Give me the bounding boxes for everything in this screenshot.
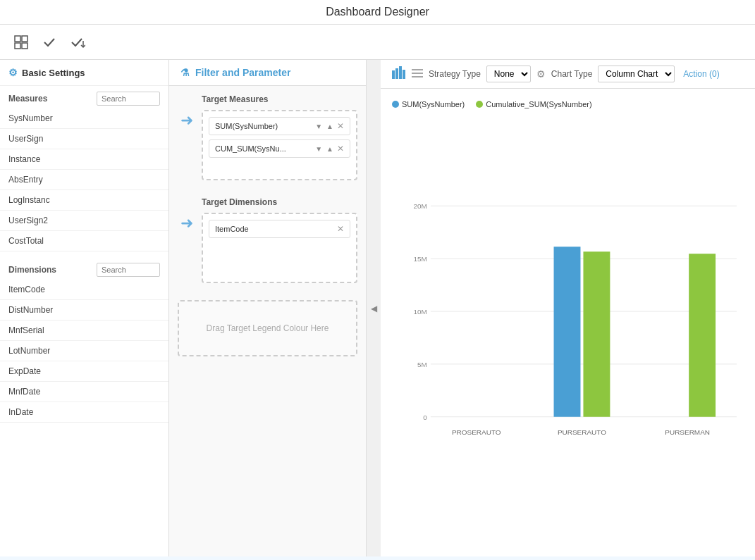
list-item[interactable]: MnfSerial [0, 321, 168, 341]
chart-legend: SUM(SysNumber) Cumulative_SUM(SysNumber) [392, 100, 744, 108]
chart-area: SUM(SysNumber) Cumulative_SUM(SysNumber) [381, 89, 755, 556]
list-item[interactable]: ItemCode [0, 280, 168, 300]
legend-item-green: Cumulative_SUM(SysNumber) [476, 100, 591, 108]
main-toolbar [0, 25, 755, 60]
list-item[interactable]: Instance [0, 149, 168, 170]
measure-chip-label: SUM(SysNumber) [215, 122, 278, 130]
svg-text:PURSERMAN: PURSERMAN [665, 428, 710, 436]
collapse-arrow-icon: ◀ [371, 304, 377, 313]
dimensions-search-input[interactable] [97, 263, 160, 277]
svg-rect-0 [15, 36, 20, 42]
chart-svg-container: 20M 15M 10M 5M 0 PROSERAUTO PURSERAUTO [392, 117, 744, 534]
measure-chip: SUM(SysNumber) ▼ ▲ ✕ [209, 117, 350, 135]
measure-chip: CUM_SUM(SysNu... ▼ ▲ ✕ [209, 139, 350, 158]
measures-label: Measures [8, 94, 47, 104]
list-item[interactable]: UserSign2 [0, 211, 168, 231]
check-icon[interactable] [39, 32, 59, 52]
list-item[interactable]: ExpDate [0, 361, 168, 382]
basic-settings-label: Basic Settings [22, 68, 85, 78]
svg-rect-6 [395, 68, 398, 79]
chart-toolbar: Strategy Type None ⚙ Chart Type Column C… [381, 60, 755, 89]
chip-close-button[interactable]: ✕ [337, 144, 344, 154]
measures-arrow-area: ➜ Target Measures SUM(SysNumber) ▼ ▲ ✕ [178, 94, 357, 192]
top-bar: Dashboard Designer [0, 0, 755, 25]
list-item[interactable]: UserSign [0, 129, 168, 149]
dimensions-section: Dimensions [0, 257, 168, 280]
svg-rect-2 [15, 43, 20, 49]
svg-rect-23 [583, 251, 610, 417]
chip-actions: ▼ ▲ ✕ [314, 121, 344, 131]
dimension-close-button[interactable]: ✕ [337, 224, 344, 234]
middle-panel: ⚗ Filter and Parameter ➜ Target Measures… [169, 60, 367, 556]
measures-search-input[interactable] [97, 92, 160, 106]
svg-text:15M: 15M [413, 255, 426, 263]
svg-text:0: 0 [423, 413, 427, 421]
dimensions-arrow-button[interactable]: ➜ [178, 211, 196, 235]
svg-text:PROSERAUTO: PROSERAUTO [452, 428, 501, 436]
measures-list-container: SysNumber UserSign Instance AbsEntry Log… [0, 108, 168, 251]
main-content: ⚙ Basic Settings Measures SysNumber User… [0, 60, 755, 556]
chip-up-button[interactable]: ▲ [326, 144, 334, 154]
filter-parameter-label: Filter and Parameter [195, 67, 290, 78]
panel-divider[interactable]: ◀ [367, 60, 381, 556]
list-item[interactable]: CostTotal [0, 231, 168, 251]
list-item[interactable]: SysNumber [0, 108, 168, 129]
left-panel: ⚙ Basic Settings Measures SysNumber User… [0, 60, 169, 556]
chart-type-select[interactable]: Column Chart [598, 66, 675, 82]
measure-chip-label: CUM_SUM(SysNu... [215, 144, 286, 153]
gear-icon: ⚙ [8, 67, 18, 78]
chart-settings-icon[interactable]: ⚙ [536, 68, 546, 80]
legend-color-blue [392, 101, 399, 108]
chart-type-label: Chart Type [551, 69, 592, 79]
basic-settings-header: ⚙ Basic Settings [0, 60, 168, 86]
svg-rect-22 [554, 247, 581, 417]
column-chart: 20M 15M 10M 5M 0 PROSERAUTO PURSERAUTO [392, 117, 744, 534]
list-icon [412, 68, 423, 80]
middle-body: ➜ Target Measures SUM(SysNumber) ▼ ▲ ✕ [169, 86, 366, 556]
dimension-chip: ItemCode ✕ [209, 220, 350, 238]
list-item[interactable]: DistNumber [0, 300, 168, 321]
dimension-chip-label: ItemCode [215, 225, 249, 233]
chip-close-button[interactable]: ✕ [337, 121, 344, 131]
chip-dropdown-button[interactable]: ▼ [314, 122, 323, 131]
strategy-type-select[interactable]: None [486, 66, 531, 82]
chart-panel: Strategy Type None ⚙ Chart Type Column C… [381, 60, 755, 556]
legend-item-blue: SUM(SysNumber) [392, 100, 465, 108]
drag-target-legend-box[interactable]: Drag Target Legend Colour Here [178, 300, 357, 356]
list-item[interactable]: LotNumber [0, 341, 168, 361]
filter-icon: ⚗ [180, 67, 190, 78]
list-item[interactable]: MnfDate [0, 382, 168, 402]
measures-arrow-button[interactable]: ➜ [178, 108, 196, 132]
chip-up-button[interactable]: ▲ [326, 122, 334, 131]
target-measures-box[interactable]: SUM(SysNumber) ▼ ▲ ✕ CUM_SUM(SysNu... ▼ [202, 110, 357, 180]
svg-rect-7 [399, 66, 402, 79]
svg-rect-1 [22, 36, 27, 42]
grid-icon[interactable] [11, 32, 31, 52]
target-dimensions-box[interactable]: ItemCode ✕ [202, 213, 357, 283]
chip-dropdown-button[interactable]: ▼ [314, 144, 323, 154]
measures-section: Measures [0, 86, 168, 108]
svg-rect-3 [22, 43, 27, 49]
dimensions-arrow-area: ➜ Target Dimensions ItemCode ✕ [178, 197, 357, 294]
list-item[interactable]: LogInstanc [0, 190, 168, 211]
svg-text:5M: 5M [417, 361, 427, 368]
strategy-type-label: Strategy Type [429, 69, 481, 79]
svg-rect-5 [392, 70, 395, 79]
legend-color-green [476, 101, 483, 108]
svg-rect-25 [689, 254, 716, 417]
target-dimensions-label: Target Dimensions [202, 197, 357, 207]
dimensions-list-container: ItemCode DistNumber MnfSerial LotNumber … [0, 280, 168, 423]
list-item[interactable]: InDate [0, 402, 168, 423]
legend-label-blue: SUM(SysNumber) [402, 100, 465, 108]
svg-text:20M: 20M [413, 202, 426, 210]
svg-text:10M: 10M [413, 308, 426, 316]
svg-text:PURSERAUTO: PURSERAUTO [558, 428, 606, 436]
list-item[interactable]: AbsEntry [0, 170, 168, 190]
filter-parameter-header: ⚗ Filter and Parameter [169, 60, 366, 86]
chip-actions: ▼ ▲ ✕ [314, 144, 344, 154]
legend-label-green: Cumulative_SUM(SysNumber) [486, 100, 591, 108]
action-link[interactable]: Action (0) [683, 69, 719, 79]
check-arrow-icon[interactable] [68, 32, 87, 52]
svg-rect-8 [403, 70, 405, 79]
drag-target-label: Drag Target Legend Colour Here [207, 323, 329, 333]
